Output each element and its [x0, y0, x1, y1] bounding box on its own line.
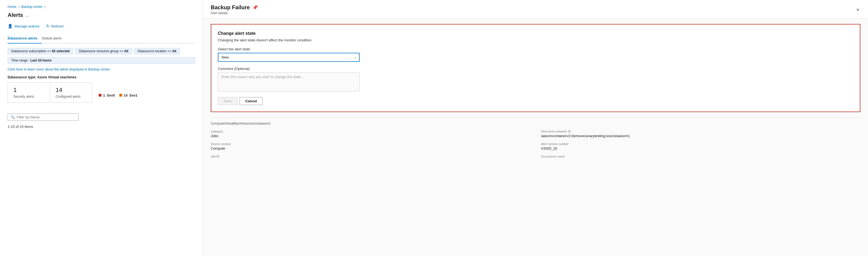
sev1-label: Sev1 — [129, 93, 137, 98]
sev1-badge: 14 Sev1 — [119, 93, 138, 98]
select-alert-state-label: Select the alert state — [218, 47, 853, 51]
detail-alert-version-val: V2020_10 — [541, 146, 861, 150]
page-title-row: Alerts ... — [8, 12, 195, 18]
panel-body: Change alert state Changing the alert st… — [203, 19, 868, 256]
breadcrumb: Home > Backup center > — [8, 5, 195, 9]
alert-state-desc: Changing the alert state doesn't affect … — [218, 38, 853, 42]
filter-time-range[interactable]: Time range : Last 24 hours — [8, 57, 195, 64]
alert-cards: 1 Security alerts 14 Configured alerts — [8, 82, 92, 103]
sev1-dot — [119, 94, 122, 97]
detail-category-key: Category — [211, 130, 530, 133]
toolbar: 👤 Manage actions ↻ Refresh — [8, 24, 195, 29]
filter-location[interactable]: Datasource location == All — [134, 48, 180, 54]
pin-icon[interactable]: 📌 — [252, 5, 258, 10]
configured-alerts-count: 14 — [56, 86, 86, 94]
time-range-prefix: Time range : — [11, 59, 30, 62]
comment-label: Comment (Optional) — [218, 67, 853, 71]
detail-source-version-key: Source version — [211, 142, 530, 146]
time-range-value: Last 24 hours — [30, 59, 52, 62]
detail-source-version-val: Compute — [211, 146, 530, 150]
filter-resource-group[interactable]: Datasource resource group == All — [75, 48, 132, 54]
left-panel: Home > Backup center > Alerts ... 👤 Mana… — [0, 0, 203, 256]
page-title: Alerts — [8, 12, 23, 18]
sev0-count: 1 — [103, 93, 105, 98]
filter-input-container: 🔍 — [8, 113, 79, 121]
details-section: Compute/virtualMachines/sourceiaasvm1 Ca… — [203, 117, 868, 164]
detail-occurrence-count-key: Occurrence count — [541, 155, 861, 158]
detail-first-level-container-val: iaasvmcontainerv2;dsmovecanarytesting;so… — [541, 134, 861, 138]
refresh-icon: ↻ — [46, 24, 50, 29]
search-icon: 🔍 — [11, 115, 15, 119]
pagination-label: 1-15 of 15 items — [8, 124, 195, 129]
detail-job-id-key: Job ID — [211, 155, 530, 158]
filter-location-value: All — [172, 49, 176, 53]
tabs: Datasource alerts Global alerts — [8, 34, 195, 43]
detail-grid: Category Jobs First level container ID i… — [211, 130, 860, 159]
manage-actions-label: Manage actions — [14, 24, 39, 28]
security-alerts-count: 1 — [13, 86, 44, 94]
detail-alert-version-key: Alert version number — [541, 142, 861, 146]
breadcrumb-home[interactable]: Home — [8, 5, 17, 9]
info-link[interactable]: Click here to learn more about the alert… — [8, 68, 195, 71]
comment-textarea[interactable] — [218, 72, 360, 92]
detail-category-val: Jobs — [211, 134, 530, 138]
breadcrumb-sep-1: > — [18, 5, 20, 8]
action-buttons: Save Cancel — [218, 97, 853, 105]
tab-global-alerts[interactable]: Global alerts — [42, 34, 66, 43]
panel-header: Backup Failure 📌 Alert details × — [203, 0, 868, 19]
filter-resource-group-value: All — [124, 49, 128, 53]
breadcrumb-sep-2: > — [44, 5, 45, 8]
detail-alert-version: Alert version number V2020_10 — [541, 142, 861, 150]
manage-actions-icon: 👤 — [8, 24, 13, 29]
configured-alerts-card[interactable]: 14 Configured alerts — [50, 82, 92, 103]
refresh-button[interactable]: ↻ Refresh — [46, 24, 64, 29]
panel-title-row: Backup Failure 📌 — [211, 4, 258, 11]
panel-subtitle: Alert details — [211, 11, 258, 15]
sev0-badge: 1 Sev0 — [99, 93, 115, 98]
filter-location-prefix: Datasource location == — [138, 49, 172, 53]
dropdown-wrapper: New Acknowledged Closed ⌄ — [218, 53, 853, 62]
dropdown-container: New Acknowledged Closed ⌄ — [218, 53, 360, 62]
security-alerts-label: Security alerts — [13, 95, 44, 99]
configured-alerts-label: Configured alerts — [56, 95, 86, 99]
detail-path: Compute/virtualMachines/sourceiaasvm1 — [211, 117, 860, 125]
security-alerts-card[interactable]: 1 Security alerts — [8, 82, 50, 103]
refresh-label: Refresh — [51, 24, 64, 28]
change-alert-state-box: Change alert state Changing the alert st… — [211, 24, 860, 112]
cancel-button[interactable]: Cancel — [240, 97, 263, 105]
detail-source-version: Source version Compute — [211, 142, 530, 150]
detail-occurrence-count: Occurrence count — [541, 155, 861, 159]
alert-state-dropdown[interactable]: New Acknowledged Closed — [218, 53, 360, 62]
sev0-dot — [99, 94, 101, 97]
page-title-ellipsis[interactable]: ... — [25, 13, 29, 18]
breadcrumb-backup-center[interactable]: Backup center — [21, 5, 42, 9]
filter-input-row: 🔍 — [8, 113, 195, 121]
filter-subscription[interactable]: Datasource subscription == 62 selected — [8, 48, 73, 54]
panel-title: Backup Failure — [211, 4, 250, 11]
save-button[interactable]: Save — [218, 97, 238, 105]
severity-row: 1 Sev0 14 Sev1 — [99, 93, 137, 98]
sev1-count: 14 — [124, 93, 128, 98]
filter-subscription-value: 62 selected — [52, 49, 69, 53]
filter-resource-group-prefix: Datasource resource group == — [79, 49, 124, 53]
detail-job-id: Job ID — [211, 155, 530, 159]
filter-subscription-prefix: Datasource subscription == — [11, 49, 52, 53]
detail-first-level-container: First level container ID iaasvmcontainer… — [541, 130, 861, 138]
filters: Datasource subscription == 62 selected D… — [8, 48, 195, 54]
detail-first-level-container-key: First level container ID — [541, 130, 861, 133]
alert-state-title: Change alert state — [218, 31, 853, 36]
sev0-label: Sev0 — [106, 93, 115, 98]
close-button[interactable]: × — [855, 6, 860, 13]
tab-datasource-alerts[interactable]: Datasource alerts — [8, 34, 42, 43]
section-header: Datasource type: Azure Virtual machines — [8, 75, 195, 79]
detail-category: Category Jobs — [211, 130, 530, 138]
right-panel: Backup Failure 📌 Alert details × Change … — [203, 0, 868, 256]
search-input[interactable] — [17, 115, 75, 119]
manage-actions-button[interactable]: 👤 Manage actions — [8, 24, 39, 29]
